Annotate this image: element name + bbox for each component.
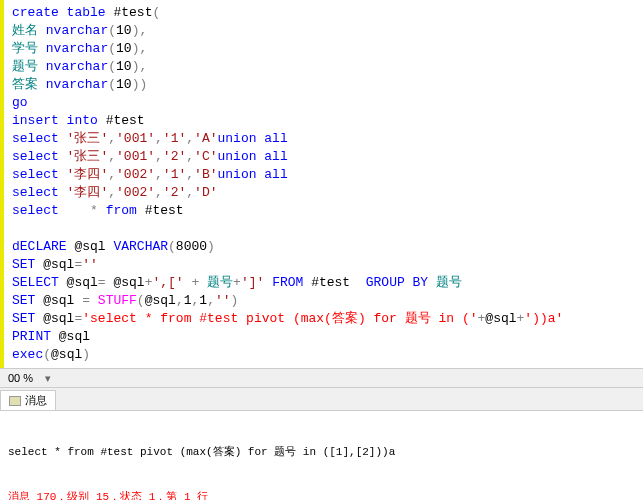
tab-label: 消息 xyxy=(25,393,47,408)
code-line: SET @sql='select * from #test pivot (max… xyxy=(12,310,639,328)
code-line: go xyxy=(12,94,639,112)
results-pane[interactable]: select * from #test pivot (max(答案) for 题… xyxy=(0,411,643,500)
messages-icon xyxy=(9,396,21,406)
code-line: 姓名 nvarchar(10), xyxy=(12,22,639,40)
tab-messages[interactable]: 消息 xyxy=(0,390,56,410)
code-line: select '张三','001','2','C'union all xyxy=(12,148,639,166)
sql-editor[interactable]: create table #test(姓名 nvarchar(10),学号 nv… xyxy=(0,0,643,368)
results-tabs: 消息 xyxy=(0,388,643,411)
result-query-text: select * from #test pivot (max(答案) for 题… xyxy=(8,445,635,460)
code-line: select * from #test xyxy=(12,202,639,220)
error-line-1: 消息 170，级别 15，状态 1，第 1 行 xyxy=(8,490,635,500)
code-line: 题号 nvarchar(10), xyxy=(12,58,639,76)
code-line: 答案 nvarchar(10)) xyxy=(12,76,639,94)
code-line: SET @sql = STUFF(@sql,1,1,'') xyxy=(12,292,639,310)
code-line: exec(@sql) xyxy=(12,346,639,364)
code-line: select '李四','002','2','D' xyxy=(12,184,639,202)
zoom-value: 00 % xyxy=(4,371,37,385)
code-line: PRINT @sql xyxy=(12,328,639,346)
code-line: 学号 nvarchar(10), xyxy=(12,40,639,58)
zoom-dropdown-icon[interactable]: ▾ xyxy=(45,372,51,385)
code-line xyxy=(12,220,639,238)
code-line: select '李四','002','1','B'union all xyxy=(12,166,639,184)
zoom-bar: 00 % ▾ xyxy=(0,368,643,388)
code-line: insert into #test xyxy=(12,112,639,130)
code-line: SET @sql='' xyxy=(12,256,639,274)
code-line: SELECT @sql= @sql+',[' + 题号+']' FROM #te… xyxy=(12,274,639,292)
code-line: create table #test( xyxy=(12,4,639,22)
code-line: dECLARE @sql VARCHAR(8000) xyxy=(12,238,639,256)
code-line: select '张三','001','1','A'union all xyxy=(12,130,639,148)
